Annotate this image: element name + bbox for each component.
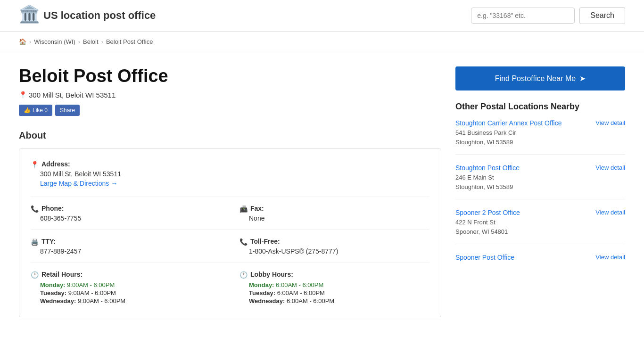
nearby-address-1: 541 Business Park Cir Stoughton, WI 5358… <box>455 128 561 147</box>
home-icon[interactable]: 🏠 <box>19 38 26 45</box>
address-text: 300 Mill St, Beloit WI 53511 <box>29 91 116 99</box>
retail-wednesday: Wednesday: 9:00AM - 6:00PM <box>40 297 221 304</box>
fb-like-button[interactable]: 👍 Like 0 <box>19 105 52 116</box>
lobby-mon-day: Monday: <box>249 281 274 288</box>
search-button[interactable]: Search <box>579 7 625 24</box>
find-postoffice-button[interactable]: Find Postoffice Near Me ➤ <box>455 66 625 90</box>
fax-col: 📠 Fax: None <box>239 205 429 222</box>
retail-mon-day: Monday: <box>40 281 65 288</box>
nearby-name-2[interactable]: Stoughton Post Office <box>455 164 520 172</box>
divider-2 <box>31 230 429 230</box>
breadcrumb-sep-2: › <box>78 38 80 45</box>
retail-tue-time: 9:00AM - 6:00PM <box>68 289 116 296</box>
retail-mon-time: 9:00AM - 6:00PM <box>67 281 115 288</box>
clock-icon-lobby: 🕐 <box>239 271 248 279</box>
breadcrumb-current: Beloit Post Office <box>106 38 153 45</box>
find-btn-label: Find Postoffice Near Me <box>495 74 576 83</box>
retail-wed-time: 9:00AM - 6:00PM <box>78 297 125 304</box>
search-input[interactable] <box>471 8 575 24</box>
site-title: US location post office <box>43 9 156 22</box>
divider-3 <box>31 263 429 263</box>
fb-like-label: Like 0 <box>33 107 48 114</box>
address-value: 300 Mill St, Beloit WI 53511 <box>40 170 429 178</box>
nearby-item-1: Stoughton Carrier Annex Post Office 541 … <box>455 119 625 155</box>
left-column: Beloit Post Office 📍 300 Mill St, Beloit… <box>19 66 441 317</box>
lobby-hours-col: 🕐 Lobby Hours: Monday: 6:00AM - 6:00PM T… <box>239 271 429 305</box>
site-logo-icon: 🏛️ <box>19 6 39 25</box>
retail-monday: Monday: 9:00AM - 6:00PM <box>40 281 221 288</box>
view-detail-link-2[interactable]: View detail <box>595 164 625 171</box>
phone-label: 📞 Phone: <box>31 205 221 213</box>
lobby-mon-time: 6:00AM - 6:00PM <box>276 281 323 288</box>
view-detail-link-1[interactable]: View detail <box>595 119 625 126</box>
nearby-name-3[interactable]: Spooner 2 Post Office <box>455 209 520 216</box>
retail-tue-day: Tuesday: <box>40 289 66 296</box>
tollfree-col: 📞 Toll-Free: 1-800-Ask-USPS® (275-8777) <box>239 238 429 255</box>
lobby-wednesday: Wednesday: 6:00AM - 6:00PM <box>249 297 429 304</box>
breadcrumb-sep-1: › <box>29 38 31 45</box>
nearby-name-4[interactable]: Spooner Post Office <box>455 254 514 261</box>
divider-1 <box>31 197 429 197</box>
lobby-tue-day: Tuesday: <box>249 289 275 296</box>
breadcrumb-link-city[interactable]: Beloit <box>83 38 99 45</box>
retail-hours-col: 🕐 Retail Hours: Monday: 9:00AM - 6:00PM … <box>31 271 221 305</box>
nearby-name-1[interactable]: Stoughton Carrier Annex Post Office <box>455 119 561 127</box>
nearby-info-2: Stoughton Post Office 246 E Main St Stou… <box>455 164 520 191</box>
address-pin-icon: 📍 <box>31 161 39 168</box>
map-directions-link[interactable]: Large Map & Directions → <box>40 180 117 187</box>
lobby-tue-time: 6:00AM - 6:00PM <box>277 289 325 296</box>
address-section: 📍 Address: 300 Mill St, Beloit WI 53511 … <box>31 160 429 187</box>
fax-icon: 📠 <box>239 205 248 213</box>
lobby-wed-time: 6:00AM - 6:00PM <box>287 297 334 304</box>
search-area: Search <box>471 7 625 24</box>
nearby-info-3: Spooner 2 Post Office 422 N Front St Spo… <box>455 209 520 236</box>
page-title: Beloit Post Office <box>19 66 441 86</box>
nearby-info-1: Stoughton Carrier Annex Post Office 541 … <box>455 119 561 147</box>
header: 🏛️ US location post office Search <box>0 0 644 32</box>
logo-area: 🏛️ US location post office <box>19 6 471 25</box>
phone-fax-row: 📞 Phone: 608-365-7755 📠 Fax: None <box>31 205 429 222</box>
phone-col: 📞 Phone: 608-365-7755 <box>31 205 221 222</box>
breadcrumb-sep-3: › <box>101 38 103 45</box>
lobby-monday: Monday: 6:00AM - 6:00PM <box>249 281 429 288</box>
main-wrapper: Beloit Post Office 📍 300 Mill St, Beloit… <box>0 52 644 331</box>
tty-col: 🖨️ TTY: 877-889-2457 <box>31 238 221 255</box>
view-detail-link-3[interactable]: View detail <box>595 209 625 216</box>
info-card: 📍 Address: 300 Mill St, Beloit WI 53511 … <box>19 148 441 317</box>
retail-hours-label: 🕐 Retail Hours: <box>31 271 221 279</box>
fb-share-button[interactable]: Share <box>55 105 80 116</box>
nearby-address-3: 422 N Front St Spooner, WI 54801 <box>455 218 520 236</box>
tty-label: 🖨️ TTY: <box>31 238 221 246</box>
phone-icon: 📞 <box>31 205 39 213</box>
phone-value: 608-365-7755 <box>40 214 221 222</box>
nearby-info-4: Spooner Post Office <box>455 254 514 261</box>
tty-value: 877-889-2457 <box>40 247 221 255</box>
tollfree-icon: 📞 <box>239 238 248 246</box>
tollfree-label: 📞 Toll-Free: <box>239 238 429 246</box>
address-line: 📍 300 Mill St, Beloit WI 53511 <box>19 91 441 99</box>
address-label: 📍 Address: <box>31 160 429 168</box>
tty-icon: 🖨️ <box>31 238 39 246</box>
view-detail-link-4[interactable]: View detail <box>595 254 625 261</box>
breadcrumb-link-state[interactable]: Wisconsin (WI) <box>34 38 75 45</box>
tty-tollfree-row: 🖨️ TTY: 877-889-2457 📞 Toll-Free: 1-800-… <box>31 238 429 255</box>
fb-buttons: 👍 Like 0 Share <box>19 105 441 116</box>
tollfree-value: 1-800-Ask-USPS® (275-8777) <box>249 247 429 255</box>
fax-value: None <box>249 214 429 222</box>
nearby-item-4: Spooner Post Office View detail <box>455 254 625 269</box>
clock-icon-retail: 🕐 <box>31 271 39 279</box>
nearby-heading: Other Postal Locations Nearby <box>455 102 625 112</box>
about-heading: About <box>19 130 441 141</box>
fax-label: 📠 Fax: <box>239 205 429 213</box>
lobby-tuesday: Tuesday: 6:00AM - 6:00PM <box>249 289 429 296</box>
breadcrumb: 🏠 › Wisconsin (WI) › Beloit › Beloit Pos… <box>0 32 644 52</box>
lobby-hours-label: 🕐 Lobby Hours: <box>239 271 429 279</box>
right-column: Find Postoffice Near Me ➤ Other Postal L… <box>455 66 625 317</box>
lobby-wed-day: Wednesday: <box>249 297 285 304</box>
nearby-item-2: Stoughton Post Office 246 E Main St Stou… <box>455 164 625 199</box>
nearby-address-2: 246 E Main St Stoughton, WI 53589 <box>455 173 520 191</box>
fb-thumbs-icon: 👍 <box>24 107 31 114</box>
hours-row: 🕐 Retail Hours: Monday: 9:00AM - 6:00PM … <box>31 271 429 305</box>
location-arrow-icon: ➤ <box>579 74 586 83</box>
retail-tuesday: Tuesday: 9:00AM - 6:00PM <box>40 289 221 296</box>
